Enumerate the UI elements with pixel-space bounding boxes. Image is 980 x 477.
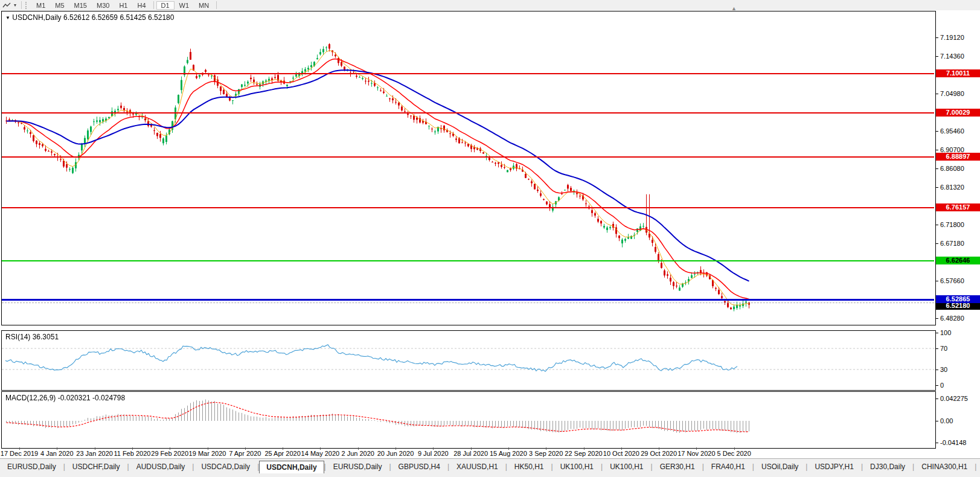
price-axis-tick-label: 7.19120 — [940, 34, 964, 41]
tab-item-usdcad-daily[interactable]: USDCAD,Daily — [194, 460, 257, 473]
chevron-down-icon[interactable]: ▾ — [13, 2, 19, 8]
tab-item-usoil-daily[interactable]: USOil,Daily — [754, 460, 805, 473]
rsi-axis-tick — [935, 333, 938, 333]
price-axis-tick-label: 6.57660 — [940, 277, 964, 284]
level-line[interactable] — [2, 299, 934, 301]
tab-item-ger30-h1[interactable]: GER30,H1 — [653, 460, 702, 473]
tab-item-eurusd-daily[interactable]: EURUSD,Daily — [326, 460, 389, 473]
rsi-indicator-panel: RSI(14) 36.3051 — [1, 330, 936, 391]
level-price-label: 6.76157 — [936, 203, 980, 211]
toolbar-grip[interactable] — [25, 2, 28, 9]
chart-symbol-period: USDCNH,Daily — [12, 13, 61, 22]
date-label: 2 Jun 2020 — [341, 450, 374, 457]
price-axis-tick-label: 7.04980 — [940, 90, 964, 97]
chart-tab-bar: EURUSD,Daily|USDCHF,Daily|AUDUSD,Daily|U… — [0, 458, 980, 473]
level-price-label: 7.00029 — [936, 109, 980, 117]
timeframe-button-m30[interactable]: M30 — [92, 1, 114, 10]
level-line[interactable] — [2, 156, 934, 158]
timeframe-button-group: M1M5M15M30H1H4D1W1MN — [31, 1, 219, 10]
price-axis-tick-label: 6.48280 — [940, 315, 964, 322]
rsi-tick-label: 30 — [940, 366, 947, 373]
toolbar-separator — [21, 1, 22, 9]
macd-label: MACD(12,26,9) -0.020321 -0.024798 — [5, 394, 125, 402]
price-chart-canvas[interactable] — [2, 11, 934, 324]
level-line[interactable] — [2, 260, 934, 261]
collapse-triangle-icon[interactable]: ▼ — [5, 15, 10, 21]
date-label: 25 Apr 2020 — [264, 450, 300, 457]
timeframe-button-m5[interactable]: M5 — [50, 1, 69, 10]
rsi-axis-tick — [935, 385, 938, 386]
tab-item-uk100-h1[interactable]: UK100,H1 — [553, 460, 601, 473]
price-axis-tick — [935, 56, 938, 57]
tab-item-audusd-daily[interactable]: AUDUSD,Daily — [129, 460, 193, 473]
macd-axis-tick — [935, 443, 938, 443]
timeframe-button-h1[interactable]: H1 — [114, 1, 132, 10]
rsi-tick-label: 100 — [940, 329, 951, 336]
price-axis-tick-label: 7.14360 — [940, 53, 964, 60]
date-label: 28 Jul 2020 — [453, 450, 488, 457]
price-axis-tick-label: 6.81320 — [940, 184, 964, 191]
tab-item-xauusd-h1[interactable]: XAUUSD,H1 — [449, 460, 505, 473]
date-label: 9 Jul 2020 — [418, 450, 449, 457]
toolbar-separator — [216, 1, 217, 9]
tab-item-fra40-h1[interactable]: FRA40,H1 — [704, 460, 752, 473]
timeframe-button-w1[interactable]: W1 — [175, 1, 194, 10]
level-line[interactable] — [2, 207, 934, 208]
date-label: 14 May 2020 — [301, 450, 340, 457]
tab-item-usoil-[interactable]: USOil, — [976, 460, 980, 473]
date-label: 4 Jan 2020 — [40, 450, 73, 457]
rsi-canvas[interactable] — [2, 331, 934, 389]
price-axis-tick — [935, 225, 938, 225]
tab-item-gbpusd-h4[interactable]: GBPUSD,H4 — [391, 460, 447, 473]
timeframe-button-h4[interactable]: H4 — [132, 1, 150, 10]
date-label: 17 Dec 2019 — [1, 450, 38, 457]
tab-item-eurusd-daily[interactable]: EURUSD,Daily — [0, 460, 63, 473]
timeframe-button-m1[interactable]: M1 — [31, 1, 50, 10]
level-price-label: 6.88897 — [936, 153, 980, 161]
rsi-axis-tick — [935, 370, 938, 370]
level-line[interactable] — [2, 73, 934, 74]
chart-title: ▼ USDCNH,Daily 6.52612 6.52659 6.51425 6… — [5, 13, 174, 22]
macd-axis-tick — [935, 421, 938, 421]
price-axis-tick — [935, 37, 938, 38]
timeframe-button-m15[interactable]: M15 — [69, 1, 92, 10]
price-axis-tick — [935, 281, 938, 281]
date-label: 7 Apr 2020 — [229, 450, 261, 457]
date-label: 17 Nov 2020 — [677, 450, 715, 457]
rsi-axis-tick — [935, 348, 938, 349]
tab-item-usdjpy-h1[interactable]: USDJPY,H1 — [807, 460, 860, 473]
chart-ohlc-values: 6.52612 6.52659 6.51425 6.52180 — [63, 13, 175, 22]
price-axis-tick-label: 6.71800 — [940, 221, 964, 228]
tab-item-usdcnh-daily[interactable]: USDCNH,Daily — [259, 461, 324, 473]
rsi-label: RSI(14) 36.3051 — [5, 333, 59, 341]
chart-tool-icon[interactable] — [0, 2, 13, 9]
date-label: 11 Feb 2020 — [114, 450, 150, 457]
date-label: 3 Sep 2020 — [529, 450, 563, 457]
macd-tick-label: 0.042275 — [940, 395, 968, 402]
date-label: 15 Aug 2020 — [490, 450, 527, 457]
level-line[interactable] — [2, 112, 934, 114]
macd-indicator-panel: MACD(12,26,9) -0.020321 -0.024798 — [1, 391, 936, 449]
chart-shift-marker-icon[interactable]: ▲ — [731, 5, 737, 11]
price-axis-tick — [935, 318, 938, 319]
date-label: 22 Sep 2020 — [565, 450, 602, 457]
price-axis-tick — [935, 150, 938, 150]
timeframe-button-mn[interactable]: MN — [194, 1, 214, 10]
macd-axis-tick — [935, 399, 938, 399]
tab-item-uk100-h1[interactable]: UK100,H1 — [603, 460, 650, 473]
price-axis-tick — [935, 94, 938, 94]
level-price-label: 7.10011 — [936, 69, 980, 77]
date-label: 5 Dec 2020 — [717, 450, 751, 457]
tab-item-hk50-h1[interactable]: HK50,H1 — [507, 460, 551, 473]
level-price-label: 6.52865 — [936, 295, 980, 303]
macd-canvas[interactable] — [2, 392, 934, 447]
price-axis-tick — [935, 187, 938, 188]
toolbar-separator — [153, 1, 154, 9]
price-chart-panel: ▼ USDCNH,Daily 6.52612 6.52659 6.51425 6… — [1, 11, 936, 325]
timeframe-button-d1[interactable]: D1 — [156, 1, 175, 10]
tab-item-usdchf-daily[interactable]: USDCHF,Daily — [65, 460, 127, 473]
price-axis-tick — [935, 131, 938, 132]
tab-item-dj30-daily[interactable]: DJ30,Daily — [863, 460, 912, 473]
tab-item-china300-h1[interactable]: CHINA300,H1 — [914, 460, 975, 473]
price-axis-tick — [935, 168, 938, 169]
